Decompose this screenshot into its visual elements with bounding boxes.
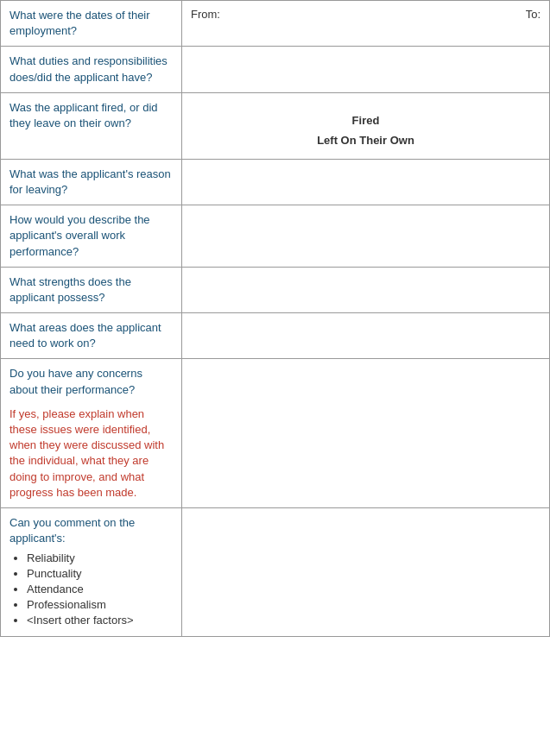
- row-duties: What duties and responsibilities does/di…: [1, 47, 550, 92]
- row-employment-dates: What were the dates of their employment?…: [1, 1, 550, 47]
- question-text: What strengths does the applicant posses…: [9, 275, 131, 304]
- question-text: What duties and responsibilities does/di…: [9, 54, 168, 83]
- answer-reason-leaving[interactable]: [182, 159, 550, 205]
- question-comment: Can you comment on the applicant's: Reli…: [1, 507, 182, 636]
- row-areas-improve: What areas does the applicant need to wo…: [1, 313, 550, 359]
- row-reason-leaving: What was the applicant's reason for leav…: [1, 159, 550, 205]
- row-overall-performance: How would you describe the applicant's o…: [1, 205, 550, 268]
- answer-duties[interactable]: [182, 47, 550, 92]
- option-fired[interactable]: Fired: [191, 114, 541, 127]
- question-text: How would you describe the applicant's o…: [9, 213, 150, 257]
- answer-comment[interactable]: [182, 507, 550, 636]
- bullet-professionalism: Professionalism: [27, 598, 173, 611]
- question-reason-leaving: What was the applicant's reason for leav…: [1, 159, 182, 205]
- row-concerns: Do you have any concerns about their per…: [1, 359, 550, 508]
- bullet-list: Reliability Punctuality Attendance Profe…: [9, 551, 173, 627]
- answer-concerns[interactable]: [182, 359, 550, 508]
- question-text: What were the dates of their employment?: [9, 9, 150, 37]
- bullet-punctuality: Punctuality: [27, 567, 173, 580]
- question-concerns: Do you have any concerns about their per…: [1, 359, 182, 508]
- answer-employment-dates: From: To:: [182, 1, 550, 47]
- answer-strengths[interactable]: [182, 267, 550, 312]
- option-left-own[interactable]: Left On Their Own: [191, 134, 541, 147]
- bullet-attendance: Attendance: [27, 583, 173, 595]
- question-text: What areas does the applicant need to wo…: [9, 321, 161, 350]
- answer-overall-performance[interactable]: [182, 205, 550, 268]
- question-text: Can you comment on the applicant's:: [9, 515, 173, 546]
- row-fired-or-left: Was the applicant fired, or did they lea…: [1, 92, 550, 159]
- question-strengths: What strengths does the applicant posses…: [1, 267, 182, 312]
- question-text: What was the applicant's reason for leav…: [9, 167, 171, 196]
- reference-check-form: What were the dates of their employment?…: [0, 0, 550, 637]
- question-overall-performance: How would you describe the applicant's o…: [1, 205, 182, 268]
- row-comment: Can you comment on the applicant's: Reli…: [1, 507, 550, 636]
- question-text: Was the applicant fired, or did they lea…: [9, 101, 158, 129]
- bullet-reliability: Reliability: [27, 551, 173, 564]
- to-label: To:: [526, 8, 541, 21]
- from-to-header: From: To:: [191, 8, 541, 21]
- row-strengths: What strengths does the applicant posses…: [1, 267, 550, 312]
- answer-fired-or-left: Fired Left On Their Own: [182, 92, 550, 159]
- sub-question-text: If yes, please explain when these issues…: [9, 407, 164, 499]
- from-label: From:: [191, 8, 220, 21]
- question-employment-dates: What were the dates of their employment?: [1, 1, 182, 47]
- question-duties: What duties and responsibilities does/di…: [1, 47, 182, 92]
- question-text: Do you have any concerns about their per…: [9, 366, 173, 397]
- question-fired-or-left: Was the applicant fired, or did they lea…: [1, 92, 182, 159]
- answer-options: Fired Left On Their Own: [191, 100, 541, 147]
- bullet-other-factors: <Insert other factors>: [27, 614, 173, 627]
- question-areas-improve: What areas does the applicant need to wo…: [1, 313, 182, 359]
- answer-areas-improve[interactable]: [182, 313, 550, 359]
